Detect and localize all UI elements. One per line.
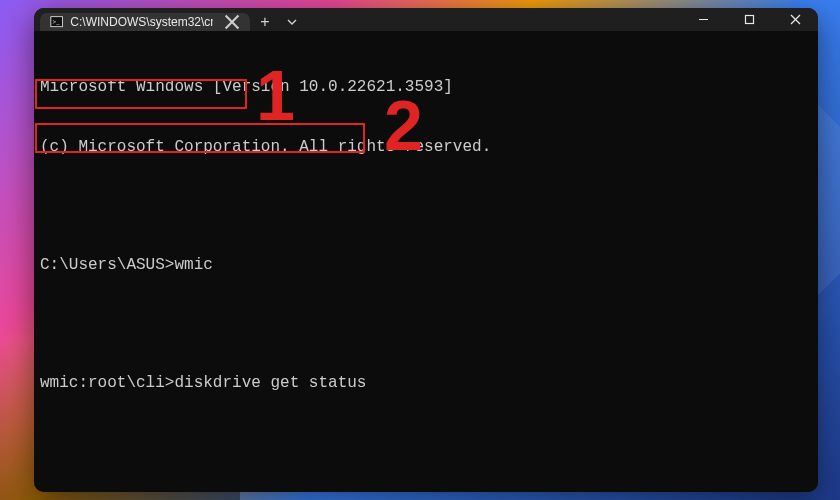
tab-cmd[interactable]: >_ C:\WINDOWS\system32\cmd. — [40, 13, 250, 31]
terminal-line: Status — [38, 491, 814, 492]
tab-title: C:\WINDOWS\system32\cmd. — [70, 15, 213, 29]
terminal-line: Microsoft Windows [Version 10.0.22621.35… — [38, 77, 814, 97]
cmd-icon: >_ — [50, 15, 63, 30]
close-button[interactable] — [772, 8, 818, 31]
titlebar[interactable]: >_ C:\WINDOWS\system32\cmd. + — [34, 8, 818, 31]
chevron-down-icon — [286, 16, 298, 28]
terminal-line: C:\Users\ASUS>wmic — [38, 255, 814, 275]
tabs-dropdown-button[interactable] — [280, 13, 304, 31]
maximize-icon — [744, 14, 755, 25]
svg-rect-5 — [745, 16, 753, 24]
titlebar-drag-region[interactable] — [304, 8, 680, 31]
terminal-line: (c) Microsoft Corporation. All rights re… — [38, 137, 814, 157]
terminal-line: wmic:root\cli>diskdrive get status — [38, 373, 814, 393]
minimize-button[interactable] — [680, 8, 726, 31]
close-icon — [790, 14, 801, 25]
terminal-window: >_ C:\WINDOWS\system32\cmd. + Microsoft … — [34, 8, 818, 492]
terminal-blank-line — [38, 315, 814, 333]
new-tab-button[interactable]: + — [250, 13, 280, 31]
minimize-icon — [698, 14, 709, 25]
terminal-blank-line — [38, 433, 814, 451]
tab-close-button[interactable] — [224, 13, 240, 31]
plus-icon: + — [260, 13, 269, 31]
maximize-button[interactable] — [726, 8, 772, 31]
svg-text:>_: >_ — [53, 18, 61, 25]
terminal-body[interactable]: Microsoft Windows [Version 10.0.22621.35… — [34, 31, 818, 492]
terminal-blank-line — [38, 197, 814, 215]
